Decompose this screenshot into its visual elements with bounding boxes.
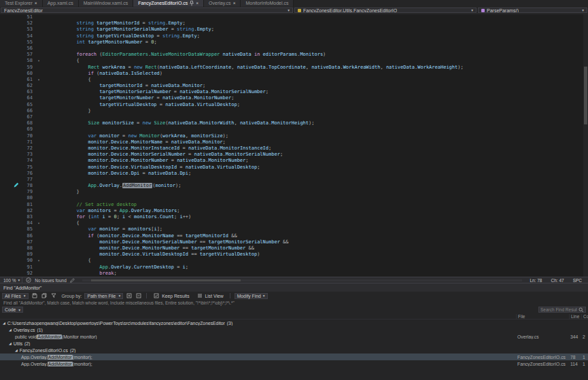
breakpoint-margin[interactable] (0, 89, 20, 95)
code-line-86[interactable]: 86 if (monitor.Device.MonitorName == tar… (0, 233, 583, 239)
fold-chevron-icon[interactable]: ▾ (35, 220, 42, 226)
breakpoint-margin[interactable] (0, 102, 20, 108)
breakpoint-margin[interactable] (0, 258, 20, 264)
code-line-88[interactable]: 88 monitor.Device.MonitorNumber == targe… (0, 245, 583, 252)
code-line-65[interactable]: 65 targetVirtualDesktop = nativeData.Vir… (0, 102, 583, 108)
close-icon[interactable]: × (35, 0, 37, 7)
breakpoint-margin[interactable] (0, 120, 20, 126)
code-line-73[interactable]: 73 monitor.Device.MonitorSerialNumber = … (0, 152, 583, 158)
expand-collapse-icon[interactable]: ◢ (15, 348, 18, 352)
code-line-78[interactable]: 78 App.Overlay.AddMonitor(monitor); (0, 183, 583, 189)
expand-all-icon[interactable] (126, 293, 133, 298)
breakpoint-margin[interactable] (0, 71, 20, 77)
breakpoint-margin[interactable] (0, 202, 20, 208)
code-line-84[interactable]: 84▾ { (0, 220, 583, 226)
result-row[interactable]: App.Overlay.AddMonitor(monitor);FancyZon… (0, 360, 588, 367)
breakpoint-margin[interactable] (0, 14, 20, 20)
breakpoint-margin[interactable] (0, 52, 20, 58)
breakpoint-margin[interactable] (0, 139, 20, 145)
content-filter-dropdown[interactable]: Code ▾ (2, 307, 23, 313)
code-line-69[interactable]: 69 (0, 126, 583, 133)
code-line-80[interactable]: 80 (0, 195, 583, 201)
result-group-row[interactable]: ◢Utils(2) (0, 340, 588, 347)
tab-mainwindow-xaml-cs[interactable]: MainWindow.xaml.cs (79, 0, 133, 7)
breakpoint-margin[interactable] (0, 271, 20, 277)
code-line-85[interactable]: 85 var monitor = monitors[i]; (0, 226, 583, 232)
breakpoint-margin[interactable] (0, 126, 20, 133)
scope-dropdown[interactable]: All Files ▾ (2, 293, 29, 299)
find-panel-title-bar[interactable]: Find "AddMonitor" (0, 283, 588, 292)
breakpoint-margin[interactable] (0, 220, 20, 226)
code-line-76[interactable]: 76 monitor.Device.Dpi = nativeData.Dpi; (0, 171, 583, 177)
tab-app-xaml-cs[interactable]: App.xaml.cs (43, 0, 79, 7)
breakpoint-margin[interactable] (0, 158, 20, 164)
type-dropdown[interactable]: FancyZonesEditor.Utils.FancyZonesEditorI… (294, 7, 477, 13)
keep-results-toggle[interactable]: Keep Results (151, 293, 191, 299)
breakpoint-margin[interactable] (0, 145, 20, 152)
breakpoint-margin[interactable] (0, 39, 20, 46)
code-line-89[interactable]: 89 monitor.Device.VirtualDesktopId == ta… (0, 252, 583, 258)
close-icon[interactable]: × (233, 0, 236, 7)
code-line-74[interactable]: 74 monitor.Device.MonitorNumber = native… (0, 158, 583, 164)
code-line-91[interactable]: 91 App.Overlay.CurrentDesktop = i; (0, 264, 583, 271)
breakpoint-margin[interactable] (0, 20, 20, 27)
code-line-54[interactable]: 54 string targetVirtualDesktop = string.… (0, 33, 583, 39)
code-line-62[interactable]: 62 targetMonitorId = nativeData.Monitor; (0, 83, 583, 89)
group-by-dropdown[interactable]: Path then File ▾ (84, 293, 123, 299)
breakpoint-margin[interactable] (0, 58, 20, 64)
breakpoint-margin[interactable] (0, 165, 20, 171)
result-row[interactable]: public void AddMonitor(Monitor monitor)O… (0, 333, 588, 340)
breakpoint-margin[interactable] (0, 226, 20, 232)
breakpoint-margin[interactable] (0, 77, 20, 83)
code-line-58[interactable]: 58▾ { (0, 58, 583, 64)
project-dropdown[interactable]: FancyZonesEditor ▾ (1, 7, 293, 13)
pin-icon[interactable] (190, 1, 194, 6)
fold-chevron-icon[interactable]: ▾ (35, 77, 42, 83)
breakpoint-margin[interactable] (0, 27, 20, 33)
breakpoint-margin[interactable] (0, 245, 20, 252)
breakpoint-margin[interactable] (0, 171, 20, 177)
tab-fancyzoneseditorio-cs[interactable]: FancyZonesEditorIO.cs× (133, 0, 204, 7)
code-line-82[interactable]: 82 var monitors = App.Overlay.Monitors; (0, 208, 583, 214)
code-editor[interactable]: 5152 string targetMonitorId = string.Emp… (0, 14, 588, 277)
column-header-file[interactable]: File (516, 314, 569, 319)
collapse-all-icon[interactable] (135, 293, 142, 298)
code-line-81[interactable]: 81 // Set active desktop (0, 202, 583, 208)
close-icon[interactable]: × (196, 0, 198, 7)
fold-chevron-icon[interactable]: ▾ (35, 58, 42, 64)
code-line-66[interactable]: 66 } (0, 108, 583, 114)
scrollbar-thumb[interactable] (91, 279, 241, 281)
breakpoint-margin[interactable] (0, 114, 20, 120)
breakpoint-margin[interactable] (0, 233, 20, 239)
breakpoint-margin[interactable] (0, 189, 20, 195)
code-line-64[interactable]: 64 targetMonitorNumber = nativeData.Moni… (0, 95, 583, 101)
breakpoint-margin[interactable] (0, 33, 20, 39)
breakpoint-margin[interactable] (0, 214, 20, 220)
code-line-60[interactable]: 60 if (nativeData.IsSelected) (0, 71, 583, 77)
code-line-53[interactable]: 53 string targetMonitorSerialNumber = st… (0, 27, 583, 33)
breakpoint-margin[interactable] (0, 195, 20, 201)
breakpoint-margin[interactable] (0, 239, 20, 245)
code-line-75[interactable]: 75 monitor.Device.VirtualDesktopId = nat… (0, 165, 583, 171)
result-row[interactable]: App.Overlay.AddMonitor(monitor);FancyZon… (0, 353, 588, 360)
copy-icon[interactable] (41, 293, 48, 298)
filter-icon[interactable] (50, 293, 57, 298)
code-line-51[interactable]: 51 (0, 14, 583, 20)
breakpoint-margin[interactable] (0, 264, 20, 271)
breakpoint-margin[interactable] (0, 95, 20, 101)
expand-collapse-icon[interactable]: ◢ (3, 321, 5, 325)
code-line-71[interactable]: 71 monitor.Device.MonitorName = nativeDa… (0, 139, 583, 145)
breakpoint-margin[interactable] (0, 183, 20, 189)
breakpoint-margin[interactable] (0, 208, 20, 214)
breakpoint-margin[interactable] (0, 252, 20, 258)
breakpoint-margin[interactable] (0, 83, 20, 89)
code-line-83[interactable]: 83 for (int i = 0; i < monitors.Count; i… (0, 214, 583, 220)
breakpoint-margin[interactable] (0, 65, 20, 71)
expand-collapse-icon[interactable]: ◢ (9, 328, 12, 332)
code-line-55[interactable]: 55 int targetMonitorNumber = 0; (0, 39, 583, 46)
code-line-90[interactable]: 90▾ { (0, 258, 583, 264)
modify-find-button[interactable]: Modify Find ▾ (235, 293, 268, 299)
code-line-68[interactable]: 68 Size monitorSize = new Size(nativeDat… (0, 120, 583, 126)
tab-overlay-cs[interactable]: Overlay.cs× (204, 0, 241, 7)
breakpoint-margin[interactable] (0, 152, 20, 158)
